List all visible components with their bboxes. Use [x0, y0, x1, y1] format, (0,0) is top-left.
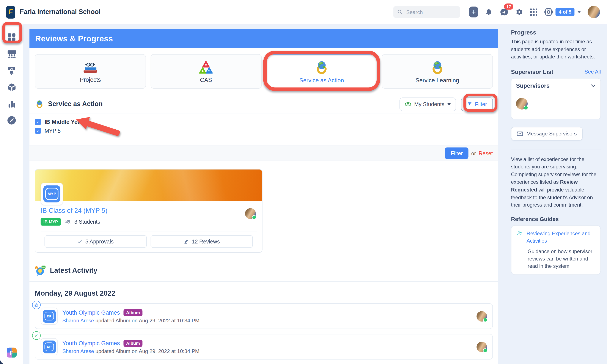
- search-box[interactable]: [394, 6, 460, 18]
- program-cards-row: Projects C A S CA: [35, 54, 493, 89]
- divider: [511, 149, 601, 149]
- bar-chart-icon: [7, 99, 16, 109]
- class-link[interactable]: IB Class of 24 (MYP 5): [40, 207, 256, 215]
- svg-text:A: A: [201, 69, 204, 73]
- guide-link[interactable]: Reviewing Experiences and Activities: [527, 230, 595, 245]
- settings-button[interactable]: [515, 8, 523, 16]
- messages-button[interactable]: 17: [500, 8, 508, 16]
- class-card: MYP IB Class of 24 (MYP 5) IB MYP 3 Stud…: [35, 169, 263, 253]
- dp-app-icon: DP: [40, 308, 58, 325]
- like-status-icon: [32, 301, 40, 309]
- reset-link[interactable]: Reset: [479, 150, 493, 156]
- app-root: F Faria International School + 17 4: [0, 0, 607, 364]
- checkbox-checked-icon[interactable]: [35, 119, 41, 125]
- online-status-dot: [483, 348, 488, 352]
- see-all-link[interactable]: See All: [585, 69, 601, 75]
- message-supervisors-label: Message Supervisors: [527, 131, 577, 136]
- page-title: Reviews & Progress: [35, 34, 113, 43]
- latest-activity-icon: ?: [35, 265, 46, 276]
- or-text: or: [471, 150, 476, 156]
- album-badge: Album: [123, 309, 143, 316]
- quick-add-button[interactable]: +: [469, 7, 478, 17]
- guide-description: Guidance on how supervisor reviews can b…: [528, 247, 595, 270]
- approvals-button[interactable]: 5 Approvals: [44, 235, 147, 247]
- activity-user-link[interactable]: Sharon Arese: [62, 348, 94, 354]
- supervisor-avatar[interactable]: [516, 98, 528, 109]
- activity-link[interactable]: Youth Olympic Games: [62, 340, 120, 347]
- activity-meta: updated Album on Aug 29, 2022 at 10:34 P…: [94, 318, 199, 324]
- activity-avatar[interactable]: [476, 342, 487, 352]
- message-supervisors-button[interactable]: Message Supervisors: [511, 127, 583, 140]
- progress-heading: Progress: [511, 29, 601, 36]
- supervisor-list-heading: Supervisor List: [511, 68, 553, 75]
- dp-app-icon: DP: [40, 338, 58, 355]
- section-title: Service as Action: [48, 100, 103, 108]
- dashboard-grid-icon: [7, 32, 17, 42]
- sidebar-item-resources[interactable]: [3, 79, 20, 95]
- funnel-icon: [467, 101, 472, 107]
- program-card-projects[interactable]: Projects: [35, 54, 146, 89]
- apps-grid-icon: [530, 8, 537, 16]
- checkbox-checked-icon[interactable]: [35, 128, 41, 134]
- sidebar-item-dashboard[interactable]: [3, 29, 20, 45]
- apps-grid-button[interactable]: [530, 8, 537, 16]
- activity-user-link[interactable]: Sharon Arese: [62, 318, 94, 324]
- program-badge: IB MYP: [40, 218, 61, 226]
- sidebar-item-classes[interactable]: [3, 46, 20, 62]
- supervisors-label: Supervisors: [516, 82, 550, 89]
- svg-text:S: S: [208, 69, 210, 73]
- notification-count-badge: 17: [504, 3, 514, 10]
- guide-people-icon: [517, 230, 523, 236]
- chevron-down-icon: [591, 84, 596, 87]
- bell-icon: [485, 8, 493, 16]
- school-name: Faria International School: [20, 8, 101, 16]
- compass-icon: [7, 115, 17, 126]
- faria-apps-icon[interactable]: F: [7, 348, 17, 358]
- support-account-switcher[interactable]: 4 of 5: [544, 7, 581, 17]
- section-header: Service as Action My Students Filter: [29, 95, 498, 113]
- activity-avatar[interactable]: [476, 311, 487, 321]
- checkbox-row-ib-middle-years[interactable]: IB Middle Years: [35, 119, 493, 125]
- globe-hands-icon: [35, 99, 44, 109]
- reference-guide-card: Reviewing Experiences and Activities Gui…: [511, 225, 601, 275]
- reference-guides-heading: Reference Guides: [511, 216, 601, 222]
- dp-app-label: DP: [44, 342, 54, 351]
- dp-app-label: DP: [44, 312, 54, 320]
- supervisors-dropdown[interactable]: Supervisors: [512, 78, 601, 93]
- my-students-dropdown[interactable]: My Students: [399, 97, 456, 111]
- program-card-label: Projects: [80, 76, 101, 83]
- filter-toggle-button[interactable]: Filter: [461, 97, 493, 111]
- checkbox-label: IB Middle Years: [44, 119, 86, 125]
- sidebar-item-teaching[interactable]: [3, 62, 20, 78]
- gear-icon: [515, 8, 523, 16]
- school-logo[interactable]: F: [6, 6, 15, 18]
- latest-activity-header: ? Latest Activity: [29, 265, 498, 282]
- activity-link[interactable]: Youth Olympic Games: [62, 309, 120, 316]
- account-pager-badge: 4 of 5: [556, 8, 574, 16]
- program-card-service-as-action[interactable]: Service as Action: [266, 54, 377, 89]
- check-status-icon: ✓: [32, 331, 40, 340]
- students-icon: [64, 219, 71, 224]
- program-card-service-learning[interactable]: Service Learning: [382, 54, 493, 89]
- sidebar-item-reports[interactable]: [3, 95, 20, 112]
- notifications-bell-button[interactable]: [485, 8, 493, 16]
- activity-item: DP Youth Olympic Games Album Sharon Ares…: [35, 303, 493, 329]
- online-status-dot: [252, 215, 256, 220]
- online-status-dot: [524, 105, 528, 110]
- cube-icon: [6, 82, 17, 92]
- search-input[interactable]: [406, 9, 454, 15]
- checkbox-row-myp5[interactable]: MYP 5: [35, 128, 493, 134]
- reviews-button[interactable]: 12 Reviews: [151, 235, 253, 247]
- activity-item: ✓ DP Youth Olympic Games Album Sharon Ar…: [35, 334, 493, 360]
- program-card-label: Service as Action: [299, 77, 344, 83]
- books-icon: [82, 60, 99, 74]
- filter-apply-button[interactable]: Filter: [445, 147, 469, 159]
- students-count: 3 Students: [74, 219, 100, 225]
- right-panel: Progress This page is updated in real-ti…: [502, 24, 607, 364]
- green-eye-icon: [404, 102, 411, 106]
- globe-hands-icon: [429, 59, 445, 75]
- sidebar-item-explore[interactable]: [3, 112, 20, 128]
- program-card-cas[interactable]: C A S CAS: [151, 54, 262, 89]
- user-avatar[interactable]: [588, 6, 600, 18]
- class-supervisor-avatar[interactable]: [245, 208, 256, 219]
